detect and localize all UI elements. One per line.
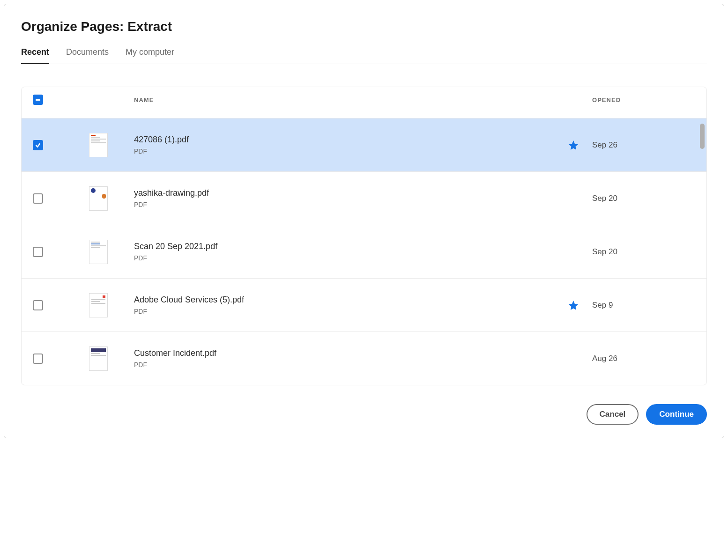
file-thumbnail	[89, 186, 108, 211]
file-name: Scan 20 Sep 2021.pdf	[134, 242, 555, 251]
opened-date: Sep 20	[592, 247, 695, 257]
opened-date: Aug 26	[592, 354, 695, 363]
file-type: PDF	[134, 147, 555, 155]
star-icon[interactable]	[568, 140, 579, 151]
file-type: PDF	[134, 308, 555, 315]
dialog-footer: Cancel Continue	[21, 404, 707, 425]
row-checkbox[interactable]	[33, 247, 43, 257]
continue-button[interactable]: Continue	[646, 404, 707, 425]
check-icon	[35, 142, 41, 148]
row-checkbox[interactable]	[33, 140, 43, 150]
file-type: PDF	[134, 201, 555, 208]
row-checkbox[interactable]	[33, 354, 43, 364]
star-icon[interactable]	[568, 300, 579, 311]
file-type: PDF	[134, 361, 555, 368]
file-row[interactable]: Adobe Cloud Services (5).pdf PDF Sep 9	[22, 278, 706, 332]
tab-recent[interactable]: Recent	[21, 47, 49, 64]
list-header: NAME OPENED	[22, 87, 706, 118]
opened-date: Sep 9	[592, 301, 695, 310]
source-tabs: Recent Documents My computer	[21, 47, 707, 64]
file-thumbnail	[89, 240, 108, 264]
file-list: NAME OPENED 427086 (1).pdf PDF	[21, 87, 707, 385]
file-list-body: 427086 (1).pdf PDF Sep 26 ya	[22, 118, 706, 385]
tab-my-computer[interactable]: My computer	[126, 47, 174, 64]
opened-date: Sep 26	[592, 140, 695, 150]
scrollbar[interactable]	[700, 124, 705, 149]
file-row[interactable]: Scan 20 Sep 2021.pdf PDF Sep 20	[22, 225, 706, 278]
file-name: yashika-drawing.pdf	[134, 188, 555, 198]
organize-pages-dialog: Organize Pages: Extract Recent Documents…	[4, 4, 724, 438]
column-header-opened[interactable]: OPENED	[592, 96, 695, 103]
file-row[interactable]: 427086 (1).pdf PDF Sep 26	[22, 118, 706, 171]
dialog-title: Organize Pages: Extract	[21, 19, 707, 34]
file-row[interactable]: Customer Incident.pdf PDF Aug 26	[22, 332, 706, 385]
tab-documents[interactable]: Documents	[66, 47, 109, 64]
file-thumbnail	[89, 133, 108, 157]
file-type: PDF	[134, 254, 555, 262]
file-thumbnail	[89, 293, 108, 317]
file-name: Customer Incident.pdf	[134, 348, 555, 358]
file-row[interactable]: yashika-drawing.pdf PDF Sep 20	[22, 171, 706, 225]
select-all-checkbox[interactable]	[33, 95, 43, 105]
row-checkbox[interactable]	[33, 193, 43, 204]
file-thumbnail	[89, 346, 108, 371]
file-name: Adobe Cloud Services (5).pdf	[134, 295, 555, 305]
opened-date: Sep 20	[592, 194, 695, 203]
file-name: 427086 (1).pdf	[134, 135, 555, 145]
column-header-name[interactable]: NAME	[134, 96, 555, 103]
row-checkbox[interactable]	[33, 300, 43, 310]
cancel-button[interactable]: Cancel	[587, 404, 639, 425]
